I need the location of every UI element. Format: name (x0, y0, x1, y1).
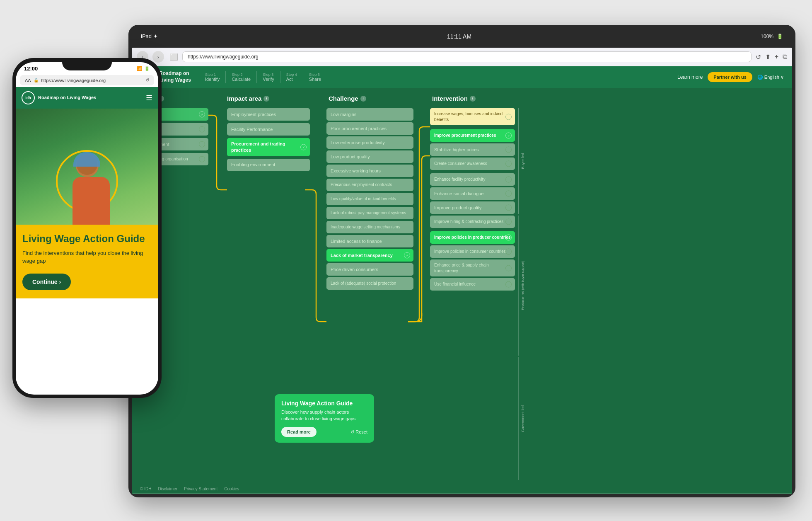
tablet-status-bar: iPad ✦ 11:11 AM 100% 🔋 (128, 25, 795, 48)
info-box-title: Living Wage Action Guide (281, 400, 367, 407)
intervention-col-header: Intervention i (432, 95, 519, 102)
phone-menu-icon[interactable]: ☰ (146, 93, 152, 102)
language-selector[interactable]: 🌐 English ∨ (757, 75, 784, 80)
hiring-check (505, 219, 512, 225)
browser-url-bar[interactable]: https://www.livingwageguide.org (182, 51, 752, 62)
intervention-stabilize[interactable]: Stabilize higher prices (430, 143, 515, 156)
phone-url: https://www.livingwageguide.org (41, 78, 106, 83)
challenge-limited-finance[interactable]: Limited access to finance (326, 235, 413, 247)
intervention-consumer-policies[interactable]: Improve policies in consumer countries (430, 245, 515, 258)
intervention-facility-productivity[interactable]: Enhance facility productivity (430, 173, 515, 186)
intervention-hiring[interactable]: Improve hiring & contracting practices (430, 216, 515, 228)
challenge-col-header: Challenge i (329, 95, 416, 102)
impact-employment[interactable]: Employment practices (227, 108, 310, 121)
challenge-price-driven[interactable]: Price driven consumers (326, 263, 413, 276)
intervention-financial-influence[interactable]: Use financial influence (430, 278, 515, 291)
challenge-lack-pay-mgmt[interactable]: Lack of robust pay management systems (326, 207, 413, 219)
intervention-supply-chain-transparency[interactable]: Enhance price & supply chain transparenc… (430, 259, 515, 276)
buyer-check: ✓ (199, 111, 205, 118)
phone-hero-image (16, 109, 158, 225)
diagram-area: Actor i Impact area i Challenge i Interv… (132, 88, 792, 484)
browser-actions: ↺ ⬆ + ⧉ (756, 53, 787, 61)
government-check (199, 141, 205, 148)
footer-disclaimer[interactable]: Disclaimer (158, 487, 177, 491)
nav-step-calculate[interactable]: Step 2 Calculate (226, 71, 257, 83)
buyer-led-label: Buyer-led (520, 152, 526, 170)
learn-more-button[interactable]: Learn more (677, 74, 703, 80)
app-wrapper: idh Roadmap onLiving Wages Step 1 Identi… (132, 66, 792, 494)
continue-button[interactable]: Continue › (22, 274, 71, 290)
nav-step-share[interactable]: Step 5 Share (303, 71, 327, 83)
read-more-button[interactable]: Read more (281, 427, 317, 437)
challenge-social-protection[interactable]: Lack of (adequate) social protection (326, 277, 413, 290)
impact-facility[interactable]: Facility Performance (227, 123, 310, 136)
challenge-inadequate-wage[interactable]: Inadequate wage setting mechanisms (326, 221, 413, 233)
wages-check (505, 114, 512, 120)
phone-description: Find the interventions that help you clo… (22, 249, 152, 265)
intervention-procurement[interactable]: Improve procurement practices ✓ (430, 129, 515, 142)
challenge-low-margins[interactable]: Low margins (326, 108, 413, 121)
intervention-social-dialogue[interactable]: Enhance social dialogue (430, 187, 515, 200)
browser-forward-button[interactable]: › (152, 51, 164, 63)
producer-policies-check: ✓ (505, 235, 512, 241)
challenge-market-transparency[interactable]: Lack of market transparency ✓ (326, 249, 413, 262)
tablet-screen: ‹ › ⬜ https://www.livingwageguide.org ↺ … (132, 48, 792, 494)
partner-with-us-button[interactable]: Partner with us (708, 72, 752, 82)
app-header-right: Learn more Partner with us 🌐 English ∨ (677, 72, 784, 82)
impact-area-col-header: Impact area i (227, 95, 312, 102)
intervention-wages-bonuses[interactable]: Increase wages, bonuses and in-kind bene… (430, 108, 515, 125)
challenge-low-quality[interactable]: Low product quality (326, 150, 413, 163)
browser-chrome: ‹ › ⬜ https://www.livingwageguide.org ↺ … (132, 48, 792, 66)
stabilize-check (505, 147, 512, 153)
phone-main-title: Living Wage Action Guide (22, 233, 152, 245)
footer-privacy[interactable]: Privacy Statement (184, 487, 218, 491)
impact-enabling[interactable]: Enabling environment (227, 159, 310, 171)
challenge-excessive-hours[interactable]: Excessive working hours (326, 165, 413, 177)
phone-reload-icon[interactable]: ↺ (145, 78, 149, 83)
impact-procurement[interactable]: Procurement and trading practices ✓ (227, 138, 310, 156)
awareness-check (505, 161, 512, 167)
reload-icon[interactable]: ↺ (756, 53, 761, 61)
info-box: Living Wage Action Guide Discover how su… (275, 394, 374, 443)
lock-icon: 🔒 (34, 78, 39, 82)
tablet-time: 11:11 AM (447, 33, 471, 40)
phone-screen: 12:00 📶 🔋 AA 🔒 https://www.livingwagegui… (16, 62, 158, 395)
nav-step-identify[interactable]: Step 1 Identify (199, 71, 226, 83)
intervention-consumer-awareness[interactable]: Create consumer awareness (430, 158, 515, 170)
phone-address-bar[interactable]: AA 🔒 https://www.livingwageguide.org ↺ (20, 75, 154, 85)
challenge-poor-procurement[interactable]: Poor procurement practices (326, 122, 413, 135)
product-quality-check (505, 205, 512, 211)
aa-label: AA (25, 78, 31, 83)
phone-device: 12:00 📶 🔋 AA 🔒 https://www.livingwagegui… (12, 58, 162, 398)
tabs-icon[interactable]: ⧉ (783, 53, 787, 61)
challenge-low-inkind[interactable]: Low quality/value of in-kind benefits (326, 193, 413, 205)
footer-copyright: © IDH (140, 487, 151, 491)
tablet-status-left: iPad ✦ (141, 33, 158, 39)
intervention-product-quality[interactable]: Improve product quality (430, 201, 515, 214)
nav-step-act[interactable]: Step 4 Act (280, 71, 303, 83)
phone-notch (62, 58, 112, 70)
challenge-precarious[interactable]: Precarious employment contracts (326, 179, 413, 191)
phone-logo-text: idh (25, 96, 31, 100)
add-tab-icon[interactable]: + (775, 53, 778, 61)
phone-nav-bar: idh Roadmap on Living Wages ☰ (16, 87, 158, 109)
intervention-producer-policies[interactable]: Improve policies in producer countries ✓ (430, 231, 515, 244)
challenge-info-icon[interactable]: i (360, 96, 366, 102)
footer-cookies[interactable]: Cookies (224, 487, 239, 491)
bookmarks-icon[interactable]: ⬜ (170, 53, 178, 61)
intervention-info-icon[interactable]: i (470, 96, 476, 102)
challenge-low-enterprise[interactable]: Low enterprise productivity (326, 136, 413, 149)
phone-status-icons: 📶 🔋 (137, 66, 150, 71)
side-labels-column: Buyer-led Producer-led (with buyer suppo… (515, 106, 529, 480)
nav-step-verify[interactable]: Step 3 Verify (257, 71, 280, 83)
wifi-icon: 📶 (137, 66, 143, 71)
dialogue-check (505, 191, 512, 197)
share-icon[interactable]: ⬆ (765, 53, 771, 61)
producer-led-label: Producer-led (with buyer support) (520, 260, 525, 311)
procurement-check: ✓ (300, 144, 307, 150)
reset-button[interactable]: ↺ Reset (350, 429, 367, 435)
procurement-int-check: ✓ (505, 133, 512, 139)
impact-info-icon[interactable]: i (263, 96, 269, 102)
tablet-battery-pct: 100% (761, 34, 773, 39)
battery-icon: 🔋 (144, 66, 150, 71)
